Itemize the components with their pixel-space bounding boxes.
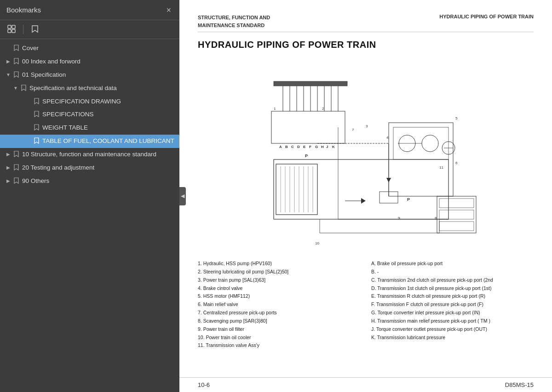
sidebar-item-others90[interactable]: ▶90 Others — [0, 175, 179, 188]
legend-item: 1. Hydraulic, HSS pump (HPV160) — [198, 260, 360, 268]
sidebar-item-index[interactable]: ▶00 Index and forword — [0, 55, 179, 68]
sidebar: Bookmarks × Cover▶00 Index and — [0, 0, 179, 392]
sidebar-item-struct10[interactable]: ▶10 Structure, function and maintenance … — [0, 148, 179, 161]
sidebar-item-label: 00 Index and forword — [22, 57, 176, 66]
svg-rect-1 — [12, 25, 15, 28]
svg-rect-3 — [12, 29, 15, 33]
sidebar-item-label: 10 Structure, function and maintenance s… — [22, 150, 176, 159]
page-content: STRUCTURE, FUNCTION AND MAINTENANCE STAN… — [179, 0, 552, 377]
main-content: STRUCTURE, FUNCTION AND MAINTENANCE STAN… — [179, 0, 552, 392]
legend-item: H. Transmission main relief pressure pic… — [371, 317, 534, 325]
legend-item: F. Transmission F clutch oil pressure pi… — [371, 301, 534, 309]
legend-item: G. Torque converter inlet pressure pick-… — [371, 309, 534, 317]
svg-text:B: B — [285, 145, 288, 149]
svg-rect-2 — [8, 29, 11, 33]
sidebar-tree[interactable]: Cover▶00 Index and forword▼01 Specificat… — [0, 39, 179, 392]
header-line1: STRUCTURE, FUNCTION AND — [198, 14, 270, 22]
svg-text:P: P — [305, 153, 308, 158]
legend-item: 2. Steering lubricating oil pump [SAL(2)… — [198, 268, 360, 276]
tree-arrow-icon — [25, 138, 32, 144]
svg-text:11: 11 — [439, 165, 443, 170]
sidebar-collapse-button[interactable]: ◀ — [179, 187, 186, 205]
page-header-right: HYDRAULIC PIPING OF POWER TRAIN — [439, 14, 534, 19]
svg-text:P: P — [407, 197, 410, 202]
legend-item: 9. Power train oil filter — [198, 325, 360, 334]
svg-text:F: F — [309, 145, 311, 149]
sidebar-header: Bookmarks × — [0, 0, 179, 20]
svg-text:K: K — [332, 145, 335, 149]
hydraulic-diagram: A B C D E F G H J K P 1 2 3 4 — [246, 58, 485, 251]
svg-text:10: 10 — [315, 241, 319, 245]
legend-item: 7. Centralized pressure pick-up ports — [198, 309, 360, 317]
bookmark-icon — [13, 45, 19, 51]
layout-icon — [7, 25, 16, 34]
sidebar-item-spec_drawing[interactable]: SPECIFICATION DRAWING — [0, 95, 179, 108]
diagram-area: A B C D E F G H J K P 1 2 3 4 — [198, 58, 534, 251]
bookmark-icon — [31, 25, 39, 34]
tree-arrow-icon — [25, 111, 32, 118]
sidebar-item-spec01[interactable]: ▼01 Specification — [0, 68, 179, 82]
header-line2: MAINTENANCE STANDARD — [198, 22, 270, 29]
bookmark-toolbar-button[interactable] — [28, 23, 42, 36]
svg-text:C: C — [291, 145, 294, 149]
svg-rect-4 — [246, 58, 485, 251]
sidebar-item-label: WEIGHT TABLE — [42, 124, 176, 132]
legend-item: J. Torque converter outlet pressure pick… — [371, 325, 534, 334]
svg-text:1: 1 — [274, 107, 276, 111]
svg-text:5: 5 — [455, 116, 458, 120]
tree-arrow-icon: ▶ — [5, 165, 12, 171]
legend-item: 3. Power train pump [SAL(3)63] — [198, 276, 360, 284]
layout-toolbar-button[interactable] — [5, 23, 18, 36]
bookmark-icon — [13, 151, 19, 157]
legend-item: 5. HSS motor (HMF112) — [198, 292, 360, 301]
sidebar-item-testing20[interactable]: ▶20 Testing and adjustment — [0, 161, 179, 175]
sidebar-item-label: SPECIFICATION DRAWING — [42, 97, 176, 106]
legend-right: A. Brake oil pressure pick-up portB. -C.… — [371, 260, 534, 350]
close-button[interactable]: × — [163, 5, 174, 15]
legend-item: A. Brake oil pressure pick-up port — [371, 260, 534, 268]
legend-item: 6. Main relief valve — [198, 301, 360, 309]
svg-text:8: 8 — [435, 216, 437, 220]
svg-rect-30 — [274, 81, 347, 86]
svg-text:E: E — [303, 145, 306, 149]
tree-arrow-icon — [5, 45, 12, 51]
bookmark-icon — [20, 85, 27, 91]
legend-left: 1. Hydraulic, HSS pump (HPV160)2. Steeri… — [198, 260, 360, 350]
sidebar-item-cover[interactable]: Cover — [0, 42, 179, 55]
legend-item: B. - — [371, 268, 534, 276]
sidebar-item-label: 01 Specification — [22, 71, 176, 80]
collapse-arrow-icon: ◀ — [181, 193, 184, 199]
bookmark-icon — [33, 124, 40, 131]
sidebar-item-label: TABLE OF FUEL, COOLANT AND LUBRICANT — [42, 137, 176, 146]
svg-rect-0 — [8, 25, 11, 28]
bookmark-icon — [13, 177, 19, 184]
page-main-title: HYDRAULIC PIPING OF POWER TRAIN — [198, 40, 534, 50]
svg-text:H: H — [321, 145, 324, 149]
legend-item: 4. Brake cintrol valve — [198, 284, 360, 293]
legend-item: 10. Power train oil cooler — [198, 334, 360, 342]
svg-text:3: 3 — [366, 124, 368, 128]
bookmark-icon — [33, 98, 40, 104]
sidebar-item-label: Cover — [22, 44, 176, 53]
legend-area: 1. Hydraulic, HSS pump (HPV160)2. Steeri… — [198, 260, 534, 350]
sidebar-title: Bookmarks — [6, 6, 41, 14]
document-id: D85MS-15 — [505, 381, 534, 388]
legend-item: K. Transmission lubricant pressure — [371, 334, 534, 342]
sidebar-toolbar — [0, 20, 179, 39]
sidebar-item-label: Specification and technical data — [29, 84, 176, 93]
svg-text:A: A — [279, 145, 282, 149]
tree-arrow-icon: ▶ — [5, 151, 12, 158]
bookmark-icon — [33, 137, 40, 144]
sidebar-item-weight_table[interactable]: WEIGHT TABLE — [0, 121, 179, 135]
sidebar-item-spec_tech[interactable]: ▼Specification and technical data — [0, 82, 179, 95]
sidebar-item-specifications[interactable]: SPECIFICATIONS — [0, 108, 179, 121]
svg-text:9: 9 — [398, 216, 400, 220]
sidebar-item-fuel_table[interactable]: TABLE OF FUEL, COOLANT AND LUBRICANT — [0, 135, 179, 148]
toolbar-divider — [23, 25, 23, 34]
page-header-left: STRUCTURE, FUNCTION AND MAINTENANCE STAN… — [198, 14, 270, 29]
svg-text:G: G — [315, 145, 318, 149]
page-footer: 10-6 D85MS-15 — [179, 377, 552, 392]
bookmark-icon — [13, 58, 19, 64]
page-number: 10-6 — [198, 381, 210, 388]
tree-arrow-icon: ▼ — [12, 85, 19, 91]
